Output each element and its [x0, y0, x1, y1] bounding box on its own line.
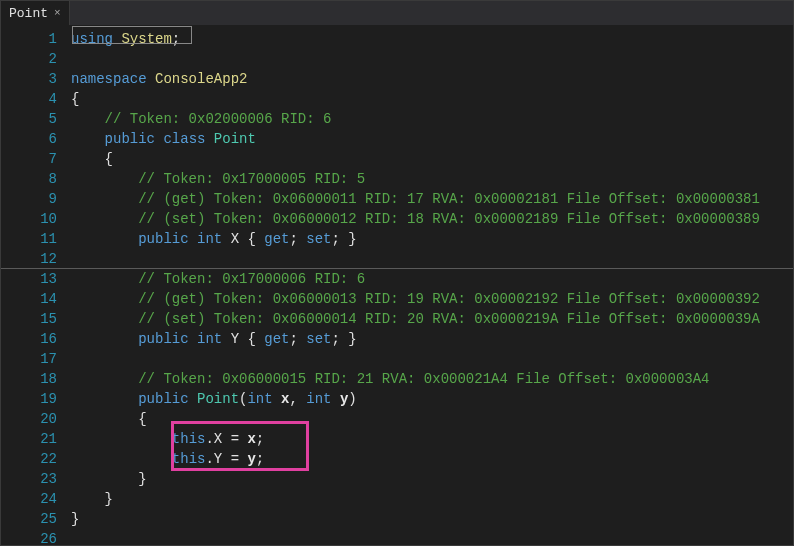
code-line: // (get) Token: 0x06000013 RID: 19 RVA: … [71, 289, 793, 309]
line-number: 25 [1, 509, 71, 529]
line-number: 20 [1, 409, 71, 429]
line-number: 21 [1, 429, 71, 449]
code-line: public int Y { get; set; } [71, 329, 793, 349]
line-number: 22 [1, 449, 71, 469]
close-icon[interactable]: × [54, 7, 61, 19]
code-line: this.X = x; [71, 429, 793, 449]
region-divider [1, 268, 793, 269]
code-line [71, 249, 793, 269]
line-number: 19 [1, 389, 71, 409]
code-line [71, 529, 793, 546]
code-editor[interactable]: 1 2 3 4 5 6 7 8 9 10 11 12 13 14 15 16 1… [1, 25, 793, 545]
line-number: 12 [1, 249, 71, 269]
code-line: using System; [71, 29, 793, 49]
line-number: 6 [1, 129, 71, 149]
code-line: // Token: 0x17000006 RID: 6 [71, 269, 793, 289]
tab-bar: Point × [1, 1, 793, 25]
code-line: } [71, 469, 793, 489]
code-line: namespace ConsoleApp2 [71, 69, 793, 89]
line-number-gutter: 1 2 3 4 5 6 7 8 9 10 11 12 13 14 15 16 1… [1, 25, 71, 545]
code-line: { [71, 409, 793, 429]
line-number: 18 [1, 369, 71, 389]
code-line: { [71, 149, 793, 169]
code-line: public int X { get; set; } [71, 229, 793, 249]
line-number: 17 [1, 349, 71, 369]
code-line: } [71, 509, 793, 529]
line-number: 15 [1, 309, 71, 329]
tab-title: Point [9, 6, 48, 21]
line-number: 2 [1, 49, 71, 69]
line-number: 5 [1, 109, 71, 129]
line-number: 26 [1, 529, 71, 546]
code-line: // (set) Token: 0x06000012 RID: 18 RVA: … [71, 209, 793, 229]
code-line: // (get) Token: 0x06000011 RID: 17 RVA: … [71, 189, 793, 209]
code-line: // Token: 0x06000015 RID: 21 RVA: 0x0000… [71, 369, 793, 389]
code-area[interactable]: using System; namespace ConsoleApp2 { //… [71, 25, 793, 545]
code-line: this.Y = y; [71, 449, 793, 469]
line-number: 11 [1, 229, 71, 249]
code-line [71, 349, 793, 369]
code-line: // Token: 0x17000005 RID: 5 [71, 169, 793, 189]
code-line: // Token: 0x02000006 RID: 6 [71, 109, 793, 129]
tab-point[interactable]: Point × [1, 1, 70, 25]
line-number: 13 [1, 269, 71, 289]
code-line: { [71, 89, 793, 109]
line-number: 14 [1, 289, 71, 309]
line-number: 1 [1, 29, 71, 49]
line-number: 7 [1, 149, 71, 169]
code-line: } [71, 489, 793, 509]
line-number: 9 [1, 189, 71, 209]
line-number: 10 [1, 209, 71, 229]
code-line [71, 49, 793, 69]
line-number: 23 [1, 469, 71, 489]
code-line: public Point(int x, int y) [71, 389, 793, 409]
line-number: 8 [1, 169, 71, 189]
line-number: 24 [1, 489, 71, 509]
code-line: // (set) Token: 0x06000014 RID: 20 RVA: … [71, 309, 793, 329]
line-number: 4 [1, 89, 71, 109]
code-line: public class Point [71, 129, 793, 149]
line-number: 16 [1, 329, 71, 349]
line-number: 3 [1, 69, 71, 89]
